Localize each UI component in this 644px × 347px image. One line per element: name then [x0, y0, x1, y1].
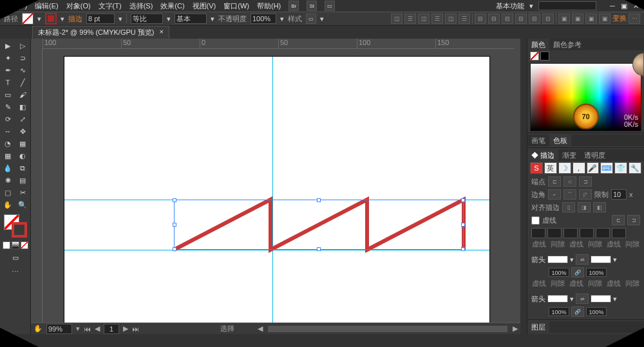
symbol-sprayer-tool[interactable]: ✺ [1, 174, 15, 186]
transform-link[interactable]: 变换 [612, 14, 627, 24]
scroll-left-icon[interactable]: ◀ [258, 324, 263, 333]
menu-object[interactable]: 对象(O) [66, 1, 91, 11]
align-icon[interactable]: ◫ [445, 14, 457, 24]
artboard-tool[interactable]: ▢ [1, 187, 15, 198]
workspace-switcher[interactable]: 基本功能 [496, 1, 524, 11]
join-round-icon[interactable]: ⌒ [564, 189, 576, 200]
ime-mic-icon[interactable]: 🎤 [587, 162, 600, 174]
shape-mode-icon[interactable]: ▣ [572, 14, 583, 24]
align-center-icon[interactable]: ▯ [562, 202, 575, 212]
arrow-start-scale[interactable]: 100% [549, 268, 569, 277]
screen-mode-icon[interactable]: ▭ [8, 252, 23, 263]
panel-tab-layers[interactable]: 图层 [527, 321, 549, 333]
type-tool[interactable]: T [1, 77, 15, 88]
none-mode-icon[interactable] [21, 241, 28, 249]
fill-menu-icon[interactable]: ▾ [37, 15, 41, 23]
edit-toolbar-icon[interactable]: ⋯ [8, 266, 23, 277]
color-spectrum[interactable]: 70 0K/s0K/s [530, 63, 641, 131]
hand-tool-icon[interactable]: ✋ [33, 324, 43, 333]
panel-fill-swatch[interactable] [530, 52, 539, 61]
dash-input[interactable] [531, 228, 545, 238]
stroke-weight-input[interactable] [86, 14, 115, 24]
blend-tool[interactable]: ⧉ [15, 162, 30, 174]
rotate-tool[interactable]: ⟳ [1, 113, 15, 125]
arrowhead-end-2[interactable] [591, 295, 611, 303]
align-icon[interactable]: ◫ [418, 14, 430, 24]
align-icon[interactable]: ⊟ [488, 14, 500, 24]
artboard-next-icon[interactable]: ▶ [123, 324, 128, 333]
artboard-prev-icon[interactable]: ◀ [95, 324, 100, 333]
align-icon[interactable]: ☰ [459, 14, 470, 24]
scroll-right-icon[interactable]: ▶ [513, 324, 518, 333]
graphic-style[interactable]: ▭ [306, 14, 316, 24]
ruler-vertical[interactable] [31, 49, 43, 323]
align-outside-icon[interactable]: ◧ [593, 202, 606, 212]
perspective-tool[interactable]: ▦ [15, 138, 30, 149]
arrowhead-start-2[interactable] [547, 295, 568, 303]
arrow-start-scale-2[interactable]: 100% [549, 307, 569, 316]
shape-mode-icon[interactable]: ▣ [599, 14, 611, 24]
gap-input[interactable] [580, 228, 594, 238]
arrow-end-scale-2[interactable]: 100% [586, 307, 607, 316]
free-transform-tool[interactable]: ✥ [15, 126, 30, 137]
align-icon[interactable]: ☰ [404, 14, 416, 24]
panel-tab-color[interactable]: 颜色 [527, 39, 549, 50]
dash-input[interactable] [564, 228, 578, 238]
scale-tool[interactable]: ⤢ [15, 113, 30, 125]
magic-wand-tool[interactable]: ✦ [1, 52, 15, 64]
swap-arrowheads-icon[interactable]: ⇄ [576, 254, 589, 265]
cap-projecting-icon[interactable]: ⊐ [579, 176, 592, 187]
ime-tools-icon[interactable]: 🔧 [629, 162, 641, 174]
maximize-icon[interactable]: ▣ [620, 2, 629, 10]
hand-tool[interactable]: ✋ [1, 199, 15, 211]
gap-input[interactable] [547, 228, 562, 238]
selection-bounding-box[interactable] [174, 200, 464, 250]
width-tool[interactable]: ↔ [1, 126, 15, 137]
canvas[interactable] [43, 49, 514, 323]
stroke-indicator[interactable] [12, 222, 27, 238]
ime-skin-icon[interactable]: 👕 [614, 162, 627, 174]
align-icon[interactable]: ⊟ [502, 14, 513, 24]
eraser-tool[interactable]: ◧ [15, 101, 30, 113]
arrange-icon[interactable]: ▭ [325, 1, 335, 11]
document-tab[interactable]: 未标题-2* @ 99% (CMYK/GPU 预览) × [32, 26, 169, 39]
menu-type[interactable]: 文字(T) [99, 1, 122, 11]
panel-tab-brushes[interactable]: 画笔 [527, 135, 549, 146]
ime-keyboard-icon[interactable]: ⌨ [600, 162, 613, 174]
selection-tool[interactable]: ▶ [1, 40, 15, 52]
eyedropper-tool[interactable]: 💧 [1, 162, 15, 174]
menu-edit[interactable]: 编辑(E) [35, 1, 59, 11]
align-icon[interactable]: ◫ [391, 14, 402, 24]
align-icon[interactable]: ☰ [431, 14, 443, 24]
mesh-tool[interactable]: ▦ [1, 150, 15, 162]
gradient-tool[interactable]: ◐ [15, 150, 30, 162]
menu-effect[interactable]: 效果(C) [160, 1, 184, 11]
menu-window[interactable]: 窗口(W) [223, 1, 249, 11]
minimize-icon[interactable]: ─ [608, 2, 617, 10]
artboard-first-icon[interactable]: ⏮ [84, 325, 91, 333]
lasso-tool[interactable]: ⊃ [15, 52, 30, 64]
stroke-weight-menu-icon[interactable]: ▾ [118, 15, 122, 23]
artboard-last-icon[interactable]: ⏭ [132, 325, 139, 333]
arrowhead-end[interactable] [591, 256, 611, 263]
fill-stroke-indicator[interactable] [4, 214, 27, 238]
menu-select[interactable]: 选择(S) [129, 1, 153, 11]
cap-butt-icon[interactable]: ⊏ [548, 176, 561, 187]
stroke-swatch[interactable] [45, 13, 57, 24]
stock-icon[interactable]: St [307, 1, 317, 11]
tab-close-icon[interactable]: × [159, 28, 163, 37]
pen-tool[interactable]: ✒ [1, 64, 15, 76]
join-bevel-icon[interactable]: ◸ [579, 189, 592, 200]
arrowhead-start[interactable] [547, 256, 568, 263]
curvature-tool[interactable]: ∿ [15, 64, 30, 76]
width-profile[interactable] [131, 14, 163, 24]
selected-path[interactable] [64, 57, 489, 323]
align-icon[interactable]: ⊟ [515, 14, 527, 24]
ime-lang-icon[interactable]: 英 [544, 162, 557, 174]
align-icon[interactable]: ⊟ [475, 14, 486, 24]
link-scale-icon[interactable]: 🔗 [571, 306, 584, 317]
zoom-tool[interactable]: 🔍 [15, 199, 30, 211]
dash-input[interactable] [596, 228, 610, 238]
stroke-menu-icon[interactable]: ▾ [61, 15, 64, 23]
scrollbar-horizontal[interactable] [268, 326, 507, 332]
